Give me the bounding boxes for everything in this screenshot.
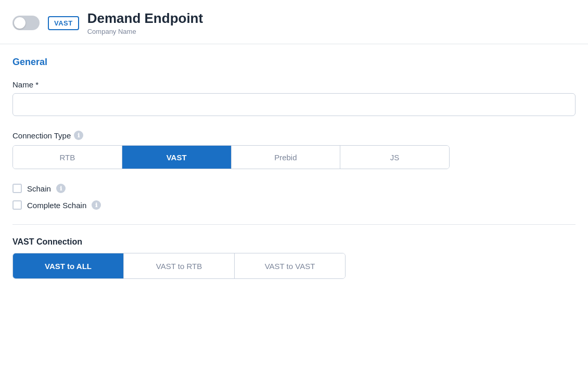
connection-type-info-icon[interactable]: ℹ <box>74 131 83 140</box>
general-section-title: General <box>12 57 576 68</box>
vast-badge: VAST <box>48 16 79 30</box>
tab-vast-to-all[interactable]: VAST to ALL <box>13 253 124 278</box>
complete-schain-checkbox[interactable] <box>12 200 22 210</box>
header-text: Demand Endpoint Company Name <box>87 10 203 35</box>
vast-connection-tabs: VAST to ALL VAST to RTB VAST to VAST <box>12 253 346 279</box>
name-label: Name * <box>12 80 576 89</box>
tab-js[interactable]: JS <box>340 146 449 169</box>
toggle-switch[interactable] <box>12 16 40 30</box>
vast-connection-title: VAST Connection <box>12 237 576 247</box>
header: VAST Demand Endpoint Company Name <box>0 0 588 44</box>
tab-prebid[interactable]: Prebid <box>232 146 341 169</box>
checkbox-group: Schain ℹ Complete Schain ℹ <box>12 184 576 210</box>
complete-schain-checkbox-item[interactable]: Complete Schain ℹ <box>12 200 576 210</box>
complete-schain-label: Complete Schain <box>27 201 86 210</box>
schain-info-icon[interactable]: ℹ <box>56 184 66 193</box>
connection-type-label: Connection Type ℹ <box>12 131 576 140</box>
connection-type-tabs: RTB VAST Prebid JS <box>12 145 450 169</box>
schain-checkbox-item[interactable]: Schain ℹ <box>12 184 576 193</box>
company-name: Company Name <box>87 28 203 35</box>
section-divider <box>12 224 576 225</box>
tab-vast-to-vast[interactable]: VAST to VAST <box>235 253 345 278</box>
connection-type-group: Connection Type ℹ RTB VAST Prebid JS <box>12 131 576 169</box>
schain-label: Schain <box>27 184 51 193</box>
toggle-knob <box>14 17 25 29</box>
tab-rtb[interactable]: RTB <box>13 146 122 169</box>
tab-vast-to-rtb[interactable]: VAST to RTB <box>124 253 235 278</box>
complete-schain-info-icon[interactable]: ℹ <box>92 200 101 210</box>
content-area: General Name * Connection Type ℹ RTB VAS… <box>0 44 588 291</box>
tab-vast[interactable]: VAST <box>122 146 232 169</box>
name-field-group: Name * <box>12 80 576 116</box>
page-container: VAST Demand Endpoint Company Name Genera… <box>0 0 588 383</box>
name-input[interactable] <box>12 93 576 116</box>
schain-checkbox[interactable] <box>12 184 22 193</box>
page-title: Demand Endpoint <box>87 10 203 27</box>
connection-type-text: Connection Type <box>12 131 71 140</box>
